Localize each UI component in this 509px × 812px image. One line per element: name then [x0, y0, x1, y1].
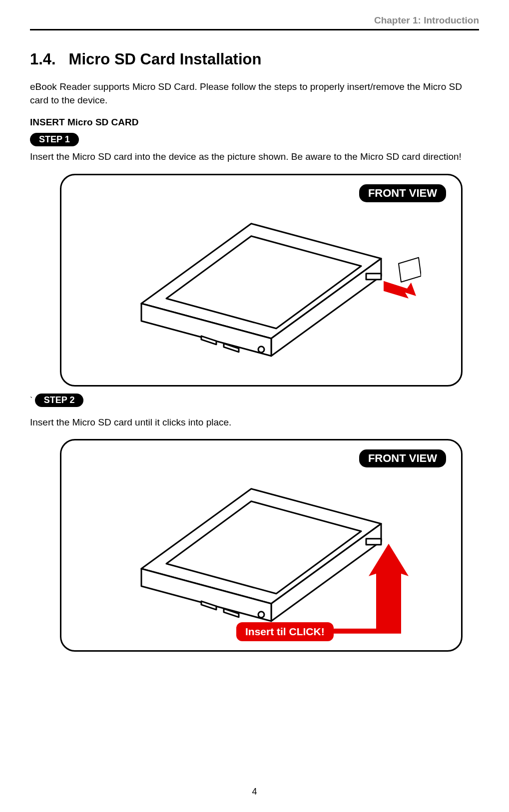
device-illustration-2 — [101, 464, 421, 634]
figure-step-2: FRONT VIEW Insert til CLICK! — [60, 439, 463, 652]
insert-til-click-label: Insert til CLICK! — [236, 622, 334, 641]
svg-point-3 — [258, 612, 264, 618]
step-badge-1: STEP 1 — [30, 133, 79, 146]
section-title: Micro SD Card Installation — [69, 50, 262, 68]
svg-point-1 — [258, 347, 264, 353]
page-number: 4 — [0, 787, 509, 797]
svg-rect-0 — [366, 274, 381, 280]
chapter-header: Chapter 1: Introduction — [30, 15, 479, 29]
svg-rect-2 — [366, 539, 381, 545]
figure-step-1: FRONT VIEW — [60, 174, 463, 387]
insert-heading: INSERT Micro SD CARD — [30, 117, 479, 128]
step-1-text: Insert the Micro SD card into the device… — [30, 150, 479, 164]
intro-text: eBook Reader supports Micro SD Card. Ple… — [30, 80, 479, 107]
stray-text: ` — [30, 396, 32, 405]
section-heading: 1.4. Micro SD Card Installation — [30, 50, 479, 68]
header-rule — [30, 29, 479, 30]
device-illustration-1 — [101, 199, 421, 369]
step-badge-2: STEP 2 — [35, 394, 84, 407]
page: Chapter 1: Introduction 1.4. Micro SD Ca… — [0, 0, 509, 812]
step-2-text: Insert the Micro SD card until it clicks… — [30, 416, 479, 429]
section-number: 1.4. — [30, 50, 56, 68]
